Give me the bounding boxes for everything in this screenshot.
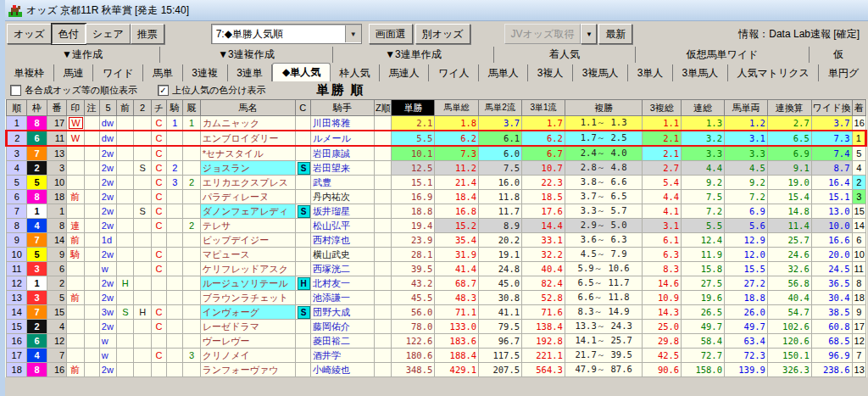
tab-2[interactable]: 馬連 xyxy=(54,64,93,81)
horse-row-17[interactable]: 1747wC3クリノメイ酒井学180.6188.4117.5221.121.7～… xyxy=(7,349,866,363)
tab-12[interactable]: 3複人 xyxy=(528,64,573,81)
column-header-21[interactable]: 3複総 xyxy=(643,100,682,116)
column-header-20[interactable]: 複勝 xyxy=(565,100,643,116)
odds-cell-ren-total: 5.5 xyxy=(682,219,725,233)
column-header-10[interactable]: 騎 xyxy=(167,100,183,116)
rank-display-checkbox[interactable] xyxy=(10,85,21,96)
number-cell: 17 xyxy=(47,116,66,131)
vote-button[interactable]: 推票 xyxy=(131,24,164,44)
column-header-22[interactable]: 連総 xyxy=(682,100,725,116)
tab-5[interactable]: 3連複 xyxy=(183,64,228,81)
mark-cell: 騎 xyxy=(67,248,84,262)
color-display-checkbox[interactable]: ✓ xyxy=(158,85,169,96)
latest-button[interactable]: 最新 xyxy=(598,24,632,44)
odds-button[interactable]: オッズ xyxy=(7,24,52,44)
other-odds-button[interactable]: 別オッズ xyxy=(415,24,470,44)
horse-row-2[interactable]: 2611WdwCエンブロイダリールメール5.56.26.16.21.7～ 2.5… xyxy=(7,131,866,146)
odds-cell-umatan-both: 6.9 xyxy=(725,204,768,219)
odds-cell-sanfuku-total: 6.1 xyxy=(643,233,682,248)
horse-row-18[interactable]: 18816前2wランフォーヴァウ小崎綾也348.5429.1207.5564.3… xyxy=(7,363,866,377)
column-header-13[interactable]: C xyxy=(295,100,310,116)
column-header-17[interactable]: 馬単総 xyxy=(435,100,479,116)
view-selector-dropdown[interactable]: 7:◆単勝人気順 ▼ xyxy=(211,24,362,44)
horse-row-14[interactable]: 147153wSHCインヴォーグS団野大成56.071.141.171.68.3… xyxy=(7,305,866,320)
tab-15[interactable]: 3単馬人 xyxy=(673,64,728,81)
screen-select-button[interactable]: 画面選 xyxy=(369,24,413,44)
column-header-4[interactable]: 印 xyxy=(67,100,84,116)
odds-cell-ren-total: 1.3 xyxy=(682,116,725,131)
tab-9[interactable]: 馬連人 xyxy=(380,64,429,81)
horse-row-1[interactable]: 1817WdwC11カムニャック川田将雅2.11.83.71.71.1～ 1.3… xyxy=(7,116,866,131)
number-cell: 14 xyxy=(47,233,66,248)
share-button[interactable]: シェア xyxy=(86,24,131,44)
column-header-16[interactable]: 単勝 xyxy=(392,100,435,116)
odds-cell-ren-total: 158.0 xyxy=(682,363,725,377)
tab-11[interactable]: 馬単人 xyxy=(479,64,528,81)
column-header-9[interactable]: チ xyxy=(151,100,166,116)
tab-3[interactable]: ワイド xyxy=(93,64,143,81)
tab-group-1[interactable]: ▼連作成 xyxy=(5,47,160,63)
jockey-rank-cell xyxy=(167,233,183,248)
horse-row-9[interactable]: 9714前1dビップデイジー西村淳也23.935.420.233.13.6～ 6… xyxy=(7,233,866,248)
column-header-15[interactable]: Z順 xyxy=(375,100,392,116)
column-header-12[interactable]: 馬名 xyxy=(200,100,295,116)
odds-cell-santan-1ryu: 1.7 xyxy=(522,116,565,131)
tab-group-2[interactable]: ▼3連複作成 xyxy=(160,47,333,63)
tab-group-5[interactable]: 仮想馬単ワイド xyxy=(636,47,810,63)
chevron-down-icon[interactable]: ▼ xyxy=(345,25,361,42)
horse-row-10[interactable]: 1059騎2wCマピュース横山武史28.131.919.132.24.5～ 7.… xyxy=(7,248,866,262)
number-cell: 12 xyxy=(47,334,66,349)
column-header-3[interactable]: 番 xyxy=(47,100,66,116)
odds-cell-ren-conv: 14.8 xyxy=(767,204,811,219)
p2-cell: H xyxy=(134,305,151,320)
tab-4[interactable]: 馬単 xyxy=(143,64,182,81)
tab-group-3[interactable]: ▼3連単作成 xyxy=(333,47,494,63)
jv-dropdown-icon[interactable]: ▼ xyxy=(581,24,597,44)
column-header-25[interactable]: ワイド換 xyxy=(811,100,852,116)
coloring-button[interactable]: 色付 xyxy=(52,24,86,44)
column-header-5[interactable]: 注 xyxy=(84,100,99,116)
jockey-name: 酒井学 xyxy=(310,349,374,363)
odds-cell-umatan-both: 18.8 xyxy=(725,291,768,305)
horse-row-16[interactable]: 16612wヴーレヴー菱田裕二122.6183.696.7192.814.1～ … xyxy=(7,334,866,349)
horse-row-6[interactable]: 6818前2wCパラディレーヌ丹内祐次16.918.411.818.53.7～ … xyxy=(7,190,866,204)
column-header-7[interactable]: 前 xyxy=(117,100,134,116)
tab-8[interactable]: 枠人気 xyxy=(331,64,380,81)
column-header-11[interactable]: 厩 xyxy=(183,100,200,116)
horse-row-3[interactable]: 37132wC*セナスタイル岩田康誠10.17.36.06.72.4～ 4.02… xyxy=(7,146,866,161)
horse-row-12[interactable]: 12122wHルージュソリテールH北村友一43.268.745.082.46.5… xyxy=(7,276,866,291)
tab-16[interactable]: 人気マトリクス xyxy=(728,64,820,81)
tab-10[interactable]: ワイ人 xyxy=(429,64,479,81)
tab-group-4[interactable]: 着人気 xyxy=(494,47,636,63)
tab-7[interactable]: ◆単人気 xyxy=(272,63,330,81)
column-header-26[interactable]: 着 xyxy=(852,100,865,116)
horse-row-5[interactable]: 55102wC32エリカエクスプレス武豊15.121.416.022.33.8～… xyxy=(7,176,866,190)
column-header-8[interactable]: 2 xyxy=(134,100,151,116)
horse-row-15[interactable]: 15242wCレーゼドラマ藤岡佑介78.0133.079.5138.413.3～… xyxy=(7,320,866,334)
odds-cell-umatan-total: 31.9 xyxy=(435,248,479,262)
tab-6[interactable]: 3連単 xyxy=(228,64,273,81)
column-header-2[interactable]: 枠 xyxy=(27,100,47,116)
column-header-18[interactable]: 馬単2流 xyxy=(479,100,522,116)
horse-row-13[interactable]: 1335前2wブラウンラチェット池添謙一45.548.330.852.86.6～… xyxy=(7,291,866,305)
column-header-23[interactable]: 馬単両 xyxy=(725,100,768,116)
odds-cell-santan-1ryu: 52.8 xyxy=(522,291,565,305)
odds-cell-umatan-2ryu: 207.5 xyxy=(479,363,522,377)
tab-14[interactable]: 3単人 xyxy=(628,64,673,81)
front-cell xyxy=(117,161,134,176)
column-header-24[interactable]: 連換算 xyxy=(767,100,811,116)
front-cell xyxy=(117,262,134,276)
tab-13[interactable]: 3複馬人 xyxy=(573,64,628,81)
odds-cell-sanfuku-total: 29.8 xyxy=(643,334,682,349)
column-header-19[interactable]: 3単1流 xyxy=(522,100,565,116)
horse-row-7[interactable]: 7112wSCダノンフェアレディS坂井瑠星18.816.811.717.63.3… xyxy=(7,204,866,219)
column-header-14[interactable]: 騎手 xyxy=(310,100,374,116)
column-header-1[interactable]: 順 xyxy=(7,100,27,116)
column-header-6[interactable]: 5 xyxy=(99,100,116,116)
horse-row-11[interactable]: 1136wCケリフレッドアスク西塚洸二39.541.424.840.45.9～ … xyxy=(7,262,866,276)
horse-row-4[interactable]: 4232wSC2ジョスランS岩田望来12.511.27.510.72.8～ 4.… xyxy=(7,161,866,176)
tab-group-6[interactable]: 仮 xyxy=(810,47,867,63)
horse-row-8[interactable]: 848連2wC2テレサ松山弘平19.415.28.914.42.9～ 5.03.… xyxy=(7,219,866,233)
tab-1[interactable]: 単複枠 xyxy=(5,64,54,81)
tab-17[interactable]: 単円グ xyxy=(819,64,867,81)
